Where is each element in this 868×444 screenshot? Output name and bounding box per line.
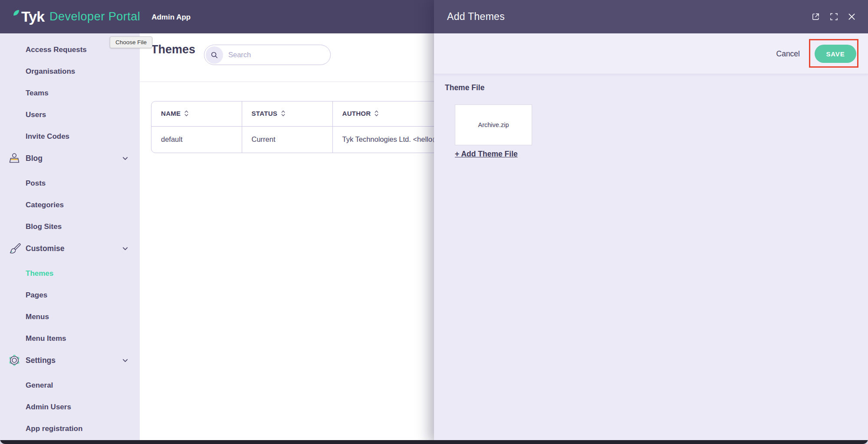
sidebar-item-label: Themes <box>26 269 53 278</box>
logo-wordmark: Tyk <box>21 8 44 25</box>
sidebar-item-label: Organisations <box>26 67 75 76</box>
sidebar-item-categories[interactable]: Categories <box>0 194 140 216</box>
search-box[interactable] <box>204 45 331 65</box>
cell-status: Current <box>242 126 332 153</box>
sidebar-item-blog-sites[interactable]: Blog Sites <box>0 216 140 238</box>
gear-icon <box>7 353 21 367</box>
sidebar-item-label: Blog <box>26 154 43 163</box>
theme-file-label: Theme File <box>445 83 484 92</box>
sidebar-item-label: General <box>26 381 53 390</box>
theme-file-preview[interactable]: Archive.zip <box>455 104 532 145</box>
themes-table: NAMESTATUSAUTHOR defaultCurrentTyk Techn… <box>151 101 482 153</box>
table-row[interactable]: defaultCurrentTyk Technologies Ltd. <hel… <box>151 126 481 153</box>
sidebar-item-general[interactable]: General <box>0 375 140 396</box>
sidebar-item-users[interactable]: Users <box>0 104 140 126</box>
cancel-button[interactable]: Cancel <box>776 33 800 74</box>
sort-icon <box>375 110 378 118</box>
sidebar-item-themes[interactable]: Themes <box>0 263 140 284</box>
sidebar-item-menus[interactable]: Menus <box>0 306 140 328</box>
table-body: defaultCurrentTyk Technologies Ltd. <hel… <box>151 126 481 153</box>
sidebar-item-settings[interactable]: Settings <box>0 349 140 371</box>
admin-app-label: Admin App <box>151 13 191 22</box>
column-header-label: STATUS <box>252 110 278 117</box>
brush-icon <box>7 242 21 255</box>
sidebar-item-label: Blog Sites <box>26 222 62 231</box>
tyk-logo: Tyk Developer Portal <box>13 8 140 25</box>
drawer-action-bar: Cancel SAVE <box>434 33 868 74</box>
sidebar-item-invite-codes[interactable]: Invite Codes <box>0 126 140 147</box>
choose-file-tooltip: Choose File <box>110 36 152 48</box>
save-button[interactable]: SAVE <box>815 45 856 63</box>
sort-icon <box>281 110 285 118</box>
sort-icon <box>184 110 188 118</box>
search-icon <box>206 46 223 64</box>
close-icon[interactable] <box>848 13 856 21</box>
sidebar-item-label: Menus <box>26 313 49 321</box>
drawer-header: Add Themes <box>434 0 868 33</box>
sidebar-item-label: Admin Users <box>26 403 71 411</box>
column-header-status[interactable]: STATUS <box>242 101 332 126</box>
sidebar-item-label: Teams <box>26 89 49 98</box>
sidebar-item-pages[interactable]: Pages <box>0 284 140 306</box>
chevron-down-icon[interactable] <box>122 245 128 252</box>
sidebar-item-teams[interactable]: Teams <box>0 82 140 104</box>
logo-subtitle: Developer Portal <box>49 10 140 23</box>
expand-icon[interactable] <box>830 13 838 20</box>
window-bottom-edge <box>0 440 868 444</box>
sidebar: Access RequestsOrganisationsTeamsUsersIn… <box>0 33 140 440</box>
app-window: Tyk Developer Portal Admin App Access Re… <box>0 0 868 444</box>
cell-name: default <box>151 126 242 153</box>
sidebar-item-label: Categories <box>26 201 64 209</box>
drawer-header-actions <box>811 0 856 33</box>
open-external-icon[interactable] <box>811 12 820 21</box>
table-header-row: NAMESTATUSAUTHOR <box>151 101 481 126</box>
sidebar-item-label: Invite Codes <box>26 132 69 141</box>
sidebar-item-customise[interactable]: Customise <box>0 238 140 259</box>
chevron-down-icon[interactable] <box>122 357 128 364</box>
column-header-label: AUTHOR <box>342 110 371 117</box>
sidebar-item-label: Pages <box>26 291 47 300</box>
sidebar-item-label: Posts <box>26 179 46 188</box>
sidebar-item-label: Customise <box>26 244 64 253</box>
sidebar-item-admin-users[interactable]: Admin Users <box>0 396 140 418</box>
sidebar-item-label: Users <box>26 111 46 119</box>
sidebar-item-menu-items[interactable]: Menu Items <box>0 328 140 349</box>
sidebar-item-posts[interactable]: Posts <box>0 173 140 194</box>
page-title: Themes <box>151 43 195 56</box>
chevron-down-icon[interactable] <box>122 155 128 162</box>
sidebar-item-organisations[interactable]: Organisations <box>0 61 140 82</box>
drawer-body: Theme File Archive.zip + Add Theme File <box>434 74 868 444</box>
add-themes-drawer: Add Themes Cancel SAVE Theme File Arc <box>434 0 868 444</box>
search-input[interactable] <box>228 51 315 59</box>
add-theme-file-link[interactable]: + Add Theme File <box>455 150 518 159</box>
sidebar-item-label: Menu Items <box>26 334 66 343</box>
sidebar-item-label: App registration <box>26 424 82 433</box>
sidebar-item-label: Settings <box>26 356 56 365</box>
sidebar-item-blog[interactable]: Blog <box>0 147 140 169</box>
sidebar-item-app-registration[interactable]: App registration <box>0 418 140 440</box>
tyk-leaf-icon <box>13 10 20 18</box>
blog-icon <box>7 151 21 165</box>
drawer-title: Add Themes <box>447 11 505 23</box>
theme-file-name: Archive.zip <box>478 121 509 128</box>
column-header-label: NAME <box>161 110 181 117</box>
sidebar-item-label: Access Requests <box>26 46 87 54</box>
column-header-name[interactable]: NAME <box>151 101 242 126</box>
